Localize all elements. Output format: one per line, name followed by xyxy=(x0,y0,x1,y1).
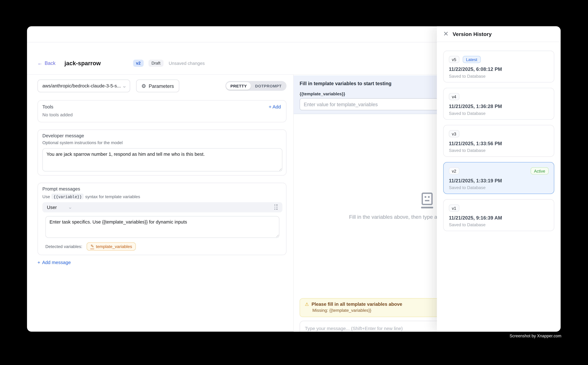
tools-empty-state: No tools added xyxy=(42,112,281,117)
gear-icon: ⚙ xyxy=(141,83,146,89)
version-badge: v2 xyxy=(133,60,144,67)
model-toolbar: aws/anthropic/bedrock-claude-3-5-s... ⌄ … xyxy=(38,80,286,92)
add-tool-button[interactable]: + Add xyxy=(269,104,281,110)
parameters-label: Parameters xyxy=(149,83,174,89)
page-title: jack-sparrow xyxy=(64,60,101,67)
tab-dotprompt[interactable]: DOTPROMPT xyxy=(251,82,286,90)
developer-message-title: Developer message xyxy=(42,133,282,138)
detected-variables-row: Detected variables: ✎ template_variables xyxy=(45,242,282,251)
developer-message-textarea[interactable]: You are jack sparrow number 1, respond a… xyxy=(42,148,282,171)
version-timestamp: 11/21/2025, 1:33:56 PM xyxy=(449,141,549,146)
tab-pretty[interactable]: PRETTY xyxy=(226,82,251,90)
version-card-v3[interactable]: v3 11/21/2025, 1:33:56 PM Saved to Datab… xyxy=(443,125,554,157)
back-label: Back xyxy=(45,60,55,66)
latest-badge: Latest xyxy=(463,56,481,63)
user-message-textarea[interactable]: Enter task specifics. Use {{template_var… xyxy=(45,216,279,238)
variable-code-chip: {{variable}} xyxy=(52,194,84,199)
parameters-button[interactable]: ⚙ Parameters xyxy=(136,80,179,92)
version-number-badge: v3 xyxy=(449,130,459,137)
template-variable-chip[interactable]: ✎ template_variables xyxy=(87,242,136,251)
view-mode-toggle: PRETTY DOTPROMPT xyxy=(226,81,286,91)
version-number-badge: v2 xyxy=(449,167,459,175)
unsaved-changes-label: Unsaved changes xyxy=(169,61,205,66)
prompt-message-block: User ⌄ Enter task specifics. Use {{templ… xyxy=(42,202,282,251)
version-card-v5[interactable]: v5 Latest 11/22/2025, 6:08:12 PM Saved t… xyxy=(443,51,554,83)
prompt-editor-column: aws/anthropic/bedrock-claude-3-5-s... ⌄ … xyxy=(27,75,294,332)
version-number-badge: v5 xyxy=(449,56,459,63)
version-status: Saved to Database xyxy=(449,223,549,227)
role-chevron-down-icon[interactable]: ⌄ xyxy=(68,205,73,209)
version-timestamp: 11/22/2025, 6:08:12 PM xyxy=(449,66,549,72)
version-list: v5 Latest 11/22/2025, 6:08:12 PM Saved t… xyxy=(437,42,560,231)
detected-variables-label: Detected variables: xyxy=(45,244,82,249)
plus-icon: + xyxy=(269,104,271,110)
version-timestamp: 11/21/2025, 9:16:39 AM xyxy=(449,215,549,221)
drag-handle-icon[interactable] xyxy=(274,204,278,210)
version-history-header: ✕ Version History xyxy=(437,26,560,42)
version-card-v4[interactable]: v4 11/21/2025, 1:36:28 PM Saved to Datab… xyxy=(443,88,554,120)
version-number-badge: v4 xyxy=(449,93,459,100)
tools-title: Tools xyxy=(42,104,53,110)
version-history-title: Version History xyxy=(453,31,492,37)
back-arrow-icon: ← xyxy=(38,60,42,66)
version-status: Saved to Database xyxy=(449,111,549,116)
robot-icon xyxy=(421,192,433,209)
screenshot-stage: ← Back jack-sparrow v2 Draft Unsaved cha… xyxy=(0,0,588,365)
version-number-badge: v1 xyxy=(449,204,459,211)
prompt-messages-card: Prompt messages Use {{variable}} syntax … xyxy=(38,183,286,255)
version-card-v1[interactable]: v1 11/21/2025, 9:16:39 AM Saved to Datab… xyxy=(443,199,554,231)
header-badges: v2 Draft Unsaved changes xyxy=(133,60,205,67)
message-role-row: User ⌄ xyxy=(42,202,282,212)
variable-syntax-hint: Use {{variable}} syntax for template var… xyxy=(42,194,282,199)
close-icon[interactable]: ✕ xyxy=(443,31,449,37)
version-status: Saved to Database xyxy=(449,74,549,78)
chevron-down-icon: ⌄ xyxy=(122,84,127,88)
developer-message-subtitle: Optional system instructions for the mod… xyxy=(42,140,282,145)
developer-message-card: Developer message Optional system instru… xyxy=(38,129,286,175)
version-card-v2-active[interactable]: v2 Active 11/21/2025, 1:33:19 PM Saved t… xyxy=(443,162,554,194)
warning-triangle-icon: ⚠ xyxy=(305,302,309,307)
prompt-messages-title: Prompt messages xyxy=(42,187,282,192)
draft-badge: Draft xyxy=(148,60,163,67)
version-status: Saved to Database xyxy=(449,185,549,190)
add-message-button[interactable]: + Add message xyxy=(38,260,286,265)
version-history-panel: ✕ Version History v5 Latest 11/22/2025, … xyxy=(437,26,560,332)
version-status: Saved to Database xyxy=(449,148,549,153)
tools-card: Tools + Add No tools added xyxy=(38,100,286,122)
role-select-value: User xyxy=(47,205,57,210)
back-button[interactable]: ← Back xyxy=(38,60,55,66)
version-timestamp: 11/21/2025, 1:33:19 PM xyxy=(449,178,549,183)
active-badge: Active xyxy=(531,167,549,175)
version-timestamp: 11/21/2025, 1:36:28 PM xyxy=(449,104,549,109)
pencil-icon: ✎ xyxy=(91,244,94,249)
watermark-text: Screenshot by Xnapper.com xyxy=(510,334,561,338)
plus-icon: + xyxy=(38,260,40,265)
model-select-value: aws/anthropic/bedrock-claude-3-5-s... xyxy=(42,83,123,89)
model-select[interactable]: aws/anthropic/bedrock-claude-3-5-s... ⌄ xyxy=(38,80,130,92)
warning-title: Please fill in all template variables ab… xyxy=(311,302,402,307)
